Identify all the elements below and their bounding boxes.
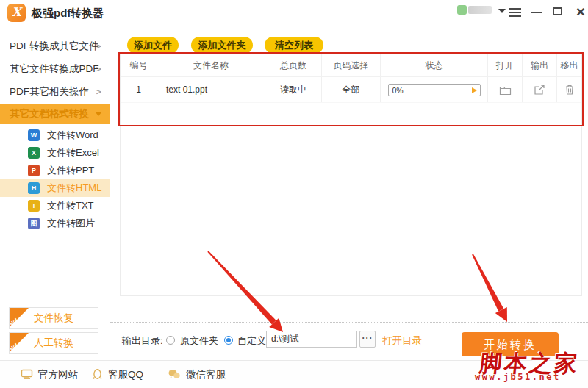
excel-file-icon: X bbox=[28, 147, 40, 159]
progress-bar: 0% bbox=[388, 84, 481, 96]
wechat-support-link[interactable]: 微信客服 bbox=[168, 367, 226, 382]
sidebar-item-file-to-excel[interactable]: X 文件转Excel bbox=[0, 144, 110, 162]
sidebar-group-pdf-to-other[interactable]: PDF转换成其它文件 > bbox=[0, 35, 110, 57]
radio-custom-label[interactable]: 自定义 bbox=[237, 334, 266, 348]
ppt-file-icon: P bbox=[28, 165, 40, 176]
file-recovery-button[interactable]: 文件恢复 Hot bbox=[9, 307, 98, 329]
account-dropdown-icon[interactable] bbox=[498, 9, 506, 13]
titlebar: X 极强pdf转换器 ✕ bbox=[0, 0, 588, 29]
chevron-down-icon bbox=[96, 112, 101, 116]
col-filename: 文件名称 bbox=[157, 54, 265, 76]
sidebar-item-file-to-ppt[interactable]: P 文件转PPT bbox=[0, 162, 110, 179]
footer: 官方网站 客服QQ 微信客服 bbox=[0, 360, 588, 388]
chevron-right-icon: > bbox=[96, 58, 101, 80]
add-folder-button[interactable]: 添加文件夹 bbox=[191, 37, 253, 54]
group-label: 其它文件转换成PDF bbox=[10, 58, 99, 80]
output-dir-label: 输出目录: bbox=[122, 334, 163, 348]
row-open[interactable] bbox=[488, 77, 523, 102]
group-label: PDF其它相关操作 bbox=[10, 81, 89, 103]
col-open: 打开 bbox=[488, 54, 523, 76]
open-directory-link[interactable]: 打开目录 bbox=[382, 334, 422, 348]
sidebar-group-doc-format-convert[interactable]: 其它文档格式转换 bbox=[0, 104, 110, 124]
browse-button[interactable]: ··· bbox=[359, 331, 376, 348]
app-logo-icon: X bbox=[7, 4, 26, 22]
table-header: 编号 文件名称 总页数 页码选择 状态 打开 输出 移出 bbox=[121, 54, 581, 77]
chevron-right-icon: > bbox=[96, 35, 101, 57]
col-page-select: 页码选择 bbox=[322, 54, 381, 76]
col-index: 编号 bbox=[121, 54, 157, 76]
sidebar-group-other-to-pdf[interactable]: 其它文件转换成PDF > bbox=[0, 58, 110, 80]
row-filename: text 01.ppt bbox=[157, 77, 265, 102]
progress-percent: 0% bbox=[392, 86, 404, 95]
user-avatar[interactable] bbox=[457, 5, 467, 15]
row-total-pages: 读取中 bbox=[265, 77, 322, 102]
output-path-input[interactable] bbox=[266, 331, 357, 348]
monitor-icon bbox=[21, 368, 33, 380]
trash-icon bbox=[564, 84, 575, 96]
qq-support-link[interactable]: 客服QQ bbox=[92, 367, 143, 382]
minimize-button[interactable] bbox=[531, 6, 545, 19]
table-row: 1 text 01.ppt 读取中 全部 0% bbox=[121, 77, 581, 103]
clear-list-button[interactable]: 清空列表 bbox=[265, 37, 323, 54]
sidebar: PDF转换成其它文件 > 其它文件转换成PDF > PDF其它相关操作 > 其它… bbox=[0, 29, 110, 360]
sidebar-item-file-to-html[interactable]: H 文件转HTML bbox=[0, 179, 110, 197]
sidebar-item-file-to-image[interactable]: 图 文件转图片 bbox=[0, 215, 110, 232]
radio-original-folder[interactable] bbox=[166, 336, 175, 345]
separator bbox=[110, 322, 588, 323]
txt-file-icon: T bbox=[28, 200, 40, 212]
radio-original-folder-label[interactable]: 原文件夹 bbox=[180, 334, 218, 348]
manual-convert-button[interactable]: 人工转换 Hot bbox=[9, 332, 98, 354]
group-label: 其它文档格式转换 bbox=[10, 104, 89, 124]
menu-icon[interactable] bbox=[509, 6, 523, 19]
add-file-button[interactable]: 添加文件 bbox=[127, 37, 179, 54]
image-file-icon: 图 bbox=[28, 218, 40, 229]
progress-arrow-icon bbox=[472, 87, 477, 93]
user-name-blurred[interactable] bbox=[468, 6, 492, 14]
sidebar-group-pdf-ops[interactable]: PDF其它相关操作 > bbox=[0, 81, 110, 103]
chevron-right-icon: > bbox=[96, 81, 101, 103]
col-status: 状态 bbox=[381, 54, 488, 76]
radio-custom[interactable] bbox=[224, 336, 233, 345]
sidebar-item-file-to-txt[interactable]: T 文件转TXT bbox=[0, 197, 110, 215]
html-file-icon: H bbox=[28, 182, 40, 194]
row-page-select[interactable]: 全部 bbox=[322, 77, 381, 102]
app-window: X 极强pdf转换器 ✕ PDF转换成其它文件 > 其它文件转换成PDF > P… bbox=[0, 0, 588, 388]
export-icon bbox=[534, 84, 545, 96]
sidebar-item-file-to-word[interactable]: W 文件转Word bbox=[0, 126, 110, 144]
qq-icon bbox=[92, 368, 103, 380]
row-output[interactable] bbox=[523, 77, 557, 102]
row-status: 0% bbox=[381, 77, 488, 102]
word-file-icon: W bbox=[28, 129, 40, 141]
official-site-link[interactable]: 官方网站 bbox=[21, 367, 78, 382]
wechat-icon bbox=[168, 368, 181, 380]
app-title: 极强pdf转换器 bbox=[32, 7, 104, 21]
group-label: PDF转换成其它文件 bbox=[10, 35, 99, 57]
col-total-pages: 总页数 bbox=[265, 54, 322, 76]
open-folder-icon bbox=[499, 85, 512, 96]
start-convert-button[interactable]: 开始转换 bbox=[462, 332, 559, 356]
col-output: 输出 bbox=[523, 54, 557, 76]
row-index: 1 bbox=[121, 77, 157, 102]
row-remove[interactable] bbox=[557, 77, 581, 102]
close-button[interactable]: ✕ bbox=[573, 6, 588, 19]
arrow-to-start-button-head bbox=[495, 307, 507, 322]
col-remove: 移出 bbox=[557, 54, 581, 76]
maximize-button[interactable] bbox=[553, 6, 567, 19]
file-list-panel: 编号 文件名称 总页数 页码选择 状态 打开 输出 移出 1 text 01.p… bbox=[120, 54, 582, 296]
